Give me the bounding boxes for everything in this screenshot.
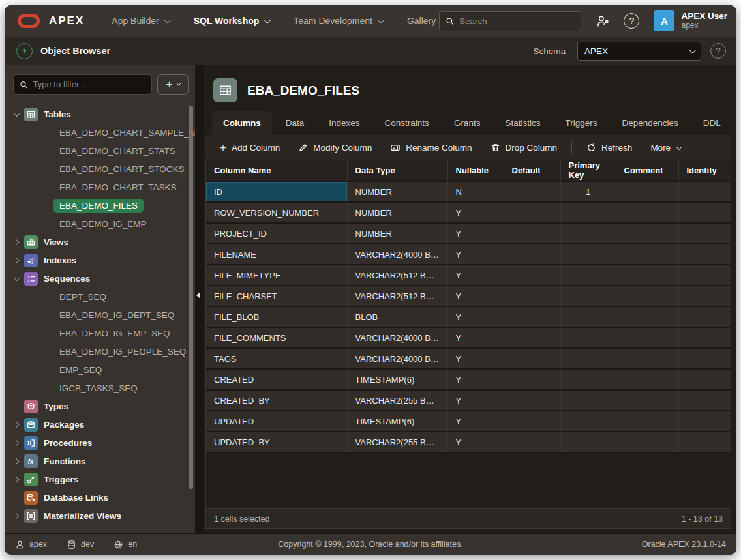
user-menu[interactable]: A APEX User apex [654,10,727,31]
chevron-right-icon[interactable] [13,458,20,464]
table-row: FILE_MIMETYPEVARCHAR2(512 BYTE)Y [206,265,731,286]
col-header[interactable]: Column Name [206,160,347,181]
svg-text:fx: fx [28,458,34,465]
plus-icon: + [220,142,226,153]
rename-icon: A [390,143,401,153]
help-icon[interactable]: ? [624,13,639,29]
more-button[interactable]: More [643,139,688,156]
tab-columns[interactable]: Columns [212,111,272,135]
tables-icon [24,108,38,121]
tree-filter-input[interactable] [33,80,145,89]
tree-item-sequence[interactable]: DEPT_SEQ [5,287,195,306]
table-row: CREATEDTIMESTAMP(6)Y [206,369,731,390]
globe-icon [113,540,123,550]
chevron-right-icon[interactable] [13,439,20,446]
tab-data[interactable]: Data [275,111,316,135]
drop-column-button[interactable]: Drop Column [483,139,566,156]
indexes-icon: AZ [24,254,38,267]
sidebar-item-database-links[interactable]: Database Links [5,488,195,507]
grid-cell-selected[interactable]: ID [206,181,347,202]
nav-gallery[interactable]: Gallery [407,16,436,26]
nav-app-builder[interactable]: App Builder [112,16,168,26]
col-header[interactable]: Identity [678,160,731,181]
tree-item-sequence[interactable]: EMP_SEQ [5,361,195,379]
tab-ddl[interactable]: DDL [692,111,732,135]
create-object-button[interactable]: + [157,74,189,95]
sidebar-item-triggers[interactable]: Triggers [5,470,195,488]
sidebar-item-functions[interactable]: fx Functions [5,452,195,470]
tree-item-sequence[interactable]: IGCB_TASKS_SEQ [5,379,195,397]
chevron-right-icon[interactable] [13,257,20,263]
tab-sample-queries[interactable]: Sample Queries [734,111,736,135]
footer-database[interactable]: dev [67,540,94,550]
tree-item-table[interactable]: EBA_DEMO_CHART_STOCKS [5,160,195,178]
version-text: Oracle APEX 23.1.0-14 [530,540,726,549]
col-header[interactable]: Default [504,160,560,181]
tree-item-sequence[interactable]: EBA_DEMO_IG_PEOPLE_SEQ [5,342,195,361]
tree-item-table[interactable]: EBA_DEMO_CHART_SAMPLE_NAMES [5,123,195,141]
chevron-right-icon[interactable] [13,421,20,428]
chevron-down-icon [378,17,384,23]
col-header[interactable]: Primary Key [560,160,616,181]
app-footer: apex dev en Copyright © 1999, 2023, Orac… [5,533,736,555]
tree-item-sequence[interactable]: EBA_DEMO_IG_DEPT_SEQ [5,306,195,324]
tab-indexes[interactable]: Indexes [318,111,370,135]
footer-language[interactable]: en [113,540,137,550]
selection-status: 1 cells selected [214,514,269,523]
col-header[interactable]: Data Type [347,160,447,181]
up-arrow-icon[interactable] [16,43,33,59]
modify-column-button[interactable]: Modify Column [290,139,380,156]
nav-team-development[interactable]: Team Development [294,16,382,26]
sidebar-item-views[interactable]: bd Views [5,233,195,251]
columns-grid: Column Name Data Type Nullable Default P… [205,160,731,529]
table-row: FILE_COMMENTSVARCHAR2(4000 BY…Y [206,327,731,348]
rename-column-button[interactable]: A Rename Column [382,139,479,156]
tab-triggers[interactable]: Triggers [554,111,608,135]
chevron-down-icon[interactable] [14,274,20,281]
sidebar-item-packages[interactable]: Packages [5,415,195,434]
refresh-button[interactable]: Refresh [579,139,640,156]
tab-dependencies[interactable]: Dependencies [611,111,689,135]
sidebar-item-tables[interactable]: Tables [5,105,195,123]
administration-icon[interactable] [596,14,609,28]
nav-sql-workshop[interactable]: SQL Workshop [194,16,269,26]
col-header[interactable]: Nullable [447,160,504,181]
chevron-down-icon [264,17,271,23]
footer-workspace[interactable]: apex [15,540,47,550]
sidebar-scrollbar[interactable] [189,106,193,489]
col-header[interactable]: Comment [616,160,678,181]
sidebar-item-procedures[interactable]: Procedures [5,434,195,452]
global-search [439,11,581,31]
page-title: Object Browser [40,46,110,56]
sidebar-splitter[interactable] [195,65,204,533]
tab-grants[interactable]: Grants [443,111,492,135]
tree-item-sequence[interactable]: EBA_DEMO_IG_EMP_SEQ [5,324,195,342]
sidebar-item-indexes[interactable]: AZ Indexes [5,251,195,269]
svg-text:Z: Z [31,260,33,264]
tree-item-table[interactable]: EBA_DEMO_IG_EMP [5,214,195,233]
tab-constraints[interactable]: Constraints [374,111,440,135]
chevron-right-icon[interactable] [13,512,20,519]
collapse-sidebar-icon[interactable] [196,292,200,299]
chevron-right-icon[interactable] [13,476,20,482]
tab-statistics[interactable]: Statistics [494,111,551,135]
functions-icon: fx [24,454,38,468]
sidebar-item-types[interactable]: Types [5,397,195,415]
tree-item-table[interactable]: EBA_DEMO_CHART_STATS [5,141,195,160]
sequences-icon: 12 [24,272,38,286]
add-column-button[interactable]: + Add Column [212,138,288,157]
table-row: TAGSVARCHAR2(4000 BY…Y [206,348,731,369]
search-icon [446,16,454,26]
chevron-right-icon[interactable] [13,239,20,245]
object-tree: Tables EBA_DEMO_CHART_SAMPLE_NAMES EBA_D… [5,101,195,533]
sidebar-item-sequences[interactable]: 12 Sequences [5,269,195,287]
brand[interactable]: APEX [18,14,84,28]
search-input[interactable] [459,16,575,26]
sidebar-item-materialized-views[interactable]: Materialized Views [5,507,195,525]
schema-help-icon[interactable]: ? [710,43,726,59]
schema-select[interactable]: APEX [577,42,701,61]
tree-item-table[interactable]: EBA_DEMO_CHART_TASKS [5,178,195,196]
table-row: FILENAMEVARCHAR2(4000 BY…Y [206,244,731,265]
tree-item-table-selected[interactable]: EBA_DEMO_FILES [5,196,195,214]
chevron-down-icon[interactable] [14,110,20,117]
